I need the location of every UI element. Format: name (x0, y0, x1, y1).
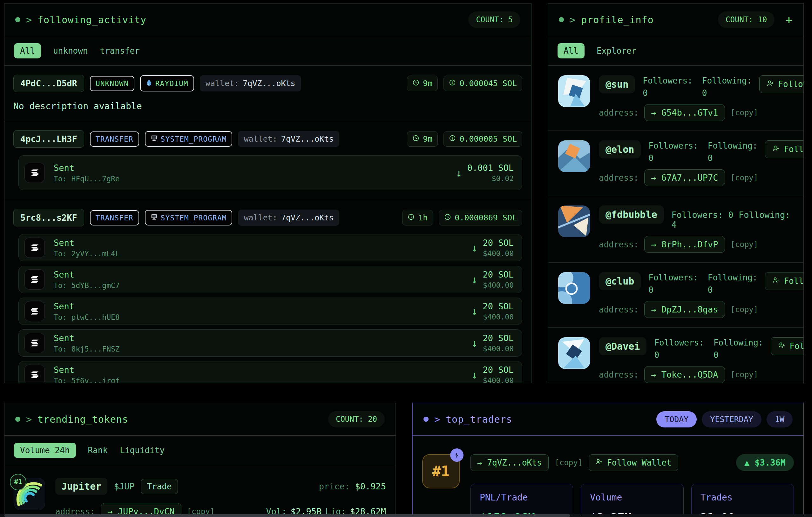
profile-info-header: > profile_info COUNT: 10 + (548, 3, 804, 36)
transfer-usd: $400.00 (483, 344, 514, 353)
profile-handle[interactable]: @sun (599, 75, 635, 93)
tx-description: No description available (13, 101, 522, 112)
solana-icon (25, 162, 45, 183)
address-label: address: (599, 305, 639, 314)
profile-handle[interactable]: @Davei (599, 337, 646, 355)
transfer-action: Sent (54, 270, 120, 279)
address-chip[interactable]: → 8rPh...DfvP (644, 236, 725, 253)
token-price: price: $0.925 (319, 481, 386, 491)
transfer-row[interactable]: Sent To: 5dYB...gmC7 ↓ 20 SOL $400.00 (19, 266, 522, 293)
transfer-row[interactable]: Sent To: HFqU...7gRe ↓ 0.001 SOL $0.02 (19, 155, 522, 190)
copy-button[interactable]: [copy] (731, 370, 758, 379)
activity-card: 4PdC...D5dR UNKNOWN RAYDIUM wallet:7qVZ.… (4, 66, 531, 121)
type-badge-transfer: TRANSFER (90, 210, 139, 225)
trader-row: #1 → 7qVZ...oKts [copy] Follow Wallet ▲ … (413, 436, 804, 517)
transfer-action: Sent (54, 301, 120, 311)
arrow-down-icon: ↓ (471, 338, 477, 348)
copy-button[interactable]: [copy] (731, 240, 758, 249)
prompt-chevron: > (26, 14, 32, 25)
person-plus-icon (772, 145, 780, 154)
tab-1w[interactable]: 1W (766, 411, 793, 427)
page-title: top_traders (446, 414, 513, 425)
copy-button[interactable]: [copy] (555, 458, 583, 467)
solana-icon (25, 238, 45, 258)
address-label: address: (599, 173, 639, 183)
tab-volume-24h[interactable]: Volume 24h (14, 443, 76, 458)
followers-value: 0 (643, 88, 693, 98)
tab-all[interactable]: All (14, 43, 41, 58)
copy-button[interactable]: [copy] (731, 305, 758, 314)
solana-icon (25, 269, 45, 290)
wallet-chip[interactable]: wallet:7qVZ...oKts (200, 75, 301, 91)
transfer-amount: 20 SOL (483, 365, 514, 375)
following-label: Following: (714, 338, 763, 347)
follow-wallet-button[interactable]: Follow Wallet (589, 454, 678, 471)
program-badge-system[interactable]: SYSTEM_PROGRAM (145, 131, 233, 147)
stat-card-trades: Trades 21.00 (691, 484, 794, 517)
trader-wallet-chip[interactable]: → 7qVZ...oKts (470, 454, 549, 471)
type-badge-transfer: TRANSFER (90, 131, 139, 147)
clock-icon (412, 134, 419, 144)
address-chip[interactable]: → DpZJ...8gas (644, 301, 725, 318)
activity-card: 4pcJ...LH3F TRANSFER SYSTEM_PROGRAM wall… (4, 121, 531, 200)
transfer-amount: 20 SOL (483, 270, 514, 279)
tx-id-chip[interactable]: 4PdC...D5dR (13, 74, 84, 92)
person-plus-icon (778, 341, 786, 351)
add-profile-button[interactable]: + (785, 14, 793, 26)
address-chip[interactable]: → G54b...GTv1 (644, 104, 725, 121)
transfer-action: Sent (54, 333, 120, 343)
followers-value: 0 (648, 153, 698, 163)
follow-button[interactable]: Follow (759, 75, 804, 93)
tx-id-chip[interactable]: 5rc8...s2KF (13, 209, 84, 226)
follow-button[interactable]: Follow (771, 337, 804, 355)
scrollbar-thumb[interactable] (4, 514, 570, 517)
person-plus-icon (772, 276, 780, 286)
transfer-to: To: ptwC...hUE8 (54, 313, 120, 322)
solana-icon (25, 333, 45, 353)
wallet-chip[interactable]: wallet:7qVZ...oKts (238, 210, 339, 226)
tab-unknown[interactable]: unknown (53, 46, 88, 56)
tab-explorer[interactable]: Explorer (597, 46, 636, 56)
panel-following-activity: > following_activity COUNT: 5 All unknow… (4, 3, 531, 383)
followers-label: Followers: (643, 76, 693, 85)
transfer-row[interactable]: Sent To: 2yVY...mL4L ↓ 20 SOL $400.00 (19, 234, 522, 261)
profile-handle[interactable]: @elon (599, 140, 641, 158)
program-badge-system[interactable]: SYSTEM_PROGRAM (145, 210, 233, 225)
follow-button[interactable]: Follow (765, 140, 804, 158)
page-title: profile_info (581, 14, 654, 25)
address-chip[interactable]: → Toke...Q5DA (644, 366, 725, 383)
followers-following-line: Followers: 0 Following: 4 (672, 206, 793, 230)
profile-handle[interactable]: @club (599, 272, 641, 290)
tx-id-chip[interactable]: 4pcJ...LH3F (13, 130, 84, 148)
transfer-amount: 20 SOL (483, 301, 514, 311)
tab-today[interactable]: TODAY (656, 411, 697, 427)
tab-yesterday[interactable]: YESTERDAY (702, 411, 761, 427)
person-plus-icon (595, 458, 603, 467)
tab-transfer[interactable]: transfer (100, 46, 140, 56)
address-chip[interactable]: → 67A7...UP7C (644, 169, 725, 186)
avatar (558, 337, 590, 369)
transfer-row[interactable]: Sent To: 5f6v...irgf ↓ 20 SOL $400.00 (19, 361, 522, 383)
tab-liquidity[interactable]: Liquidity (120, 446, 165, 455)
trade-button[interactable]: Trade (141, 479, 178, 494)
follow-button[interactable]: Follow (765, 272, 804, 290)
program-badge-raydium[interactable]: RAYDIUM (140, 75, 194, 91)
copy-button[interactable]: [copy] (731, 173, 758, 182)
token-name[interactable]: Jupiter (55, 478, 107, 495)
profile-handle[interactable]: @fdbubble (599, 206, 664, 223)
copy-button[interactable]: [copy] (731, 108, 758, 117)
fee-badge: $ 0.000005 SOL (443, 131, 522, 147)
arrow-down-icon: ↓ (471, 274, 477, 285)
transfer-row[interactable]: Sent To: 8kj5...FNSZ ↓ 20 SOL $400.00 (19, 329, 522, 357)
computer-icon (151, 213, 157, 222)
transfer-usd: $400.00 (483, 281, 514, 289)
count-badge: COUNT: 5 (468, 11, 520, 28)
wallet-chip[interactable]: wallet:7qVZ...oKts (238, 131, 339, 147)
dollar-circle-icon: $ (444, 213, 451, 222)
avatar (558, 75, 590, 107)
transfer-row[interactable]: Sent To: ptwC...hUE8 ↓ 20 SOL $400.00 (19, 298, 522, 325)
tab-rank[interactable]: Rank (88, 446, 108, 455)
horizontal-scrollbar[interactable] (0, 514, 812, 517)
tab-all[interactable]: All (557, 43, 584, 58)
fee-badge: $ 0.0000869 SOL (439, 210, 522, 225)
